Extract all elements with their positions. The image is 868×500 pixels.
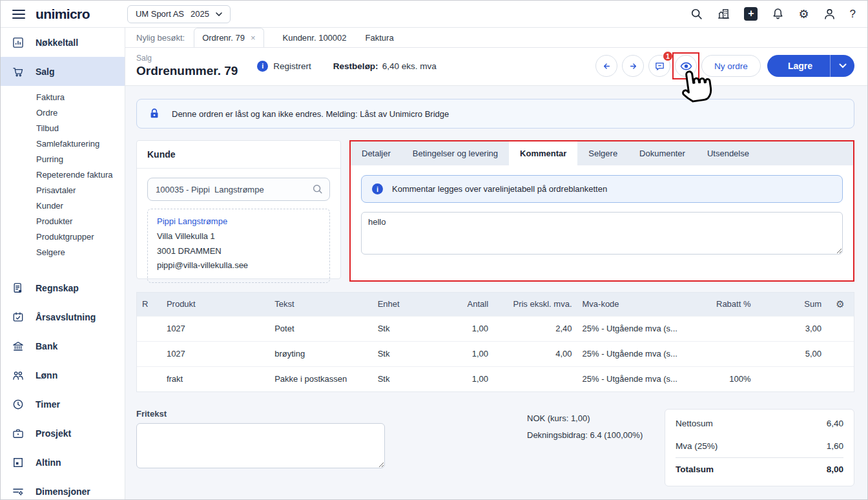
settings-gear-icon[interactable]: ⚙ xyxy=(798,7,809,21)
breadcrumb-section: Salg xyxy=(136,54,238,63)
notifications-bell-icon[interactable] xyxy=(771,7,785,21)
tab-dokumenter[interactable]: Dokumenter xyxy=(628,141,696,165)
sidebar-item-label: Bank xyxy=(36,341,57,351)
recent-item-faktura[interactable]: Faktura xyxy=(366,33,394,43)
clock-icon xyxy=(12,398,25,411)
cell-tekst: Pakke i postkassen xyxy=(269,366,372,391)
column-header-produkt[interactable]: Produkt xyxy=(161,293,269,316)
fritekst-textarea[interactable] xyxy=(136,423,385,468)
save-button-label: Lagre xyxy=(767,61,830,71)
sidebar-subitem-tilbud[interactable]: Tilbud xyxy=(36,124,125,133)
bank-icon xyxy=(12,340,25,353)
order-detail-tabs-panel: Detaljer Betingelser og levering Komment… xyxy=(351,141,853,280)
save-button[interactable]: Lagre xyxy=(767,55,854,77)
sidebar-item-arsavslutning[interactable]: Årsavslutning xyxy=(1,302,125,331)
cell-produkt: 1027 xyxy=(161,341,269,366)
page-title: Ordrenummer. 79 xyxy=(136,64,238,78)
cell-rabatt: 100% xyxy=(685,366,756,391)
total-label: Mva (25%) xyxy=(676,441,718,451)
help-icon[interactable]: ? xyxy=(850,8,856,21)
sidebar-subitem-produkter[interactable]: Produkter xyxy=(36,217,125,226)
company-selector[interactable]: UM Sport AS 2025 xyxy=(127,5,231,23)
column-header-rabatt[interactable]: Rabatt % xyxy=(685,293,756,316)
sidebar-subitem-kunder[interactable]: Kunder xyxy=(36,202,125,211)
tab-utsendelse[interactable]: Utsendelse xyxy=(696,141,760,165)
total-row-totalsum: Totalsum 8,00 xyxy=(676,457,843,481)
rest-amount-label: Restbeløp: xyxy=(333,61,378,71)
search-icon[interactable] xyxy=(690,8,703,21)
total-label: Nettosum xyxy=(676,419,713,428)
company-buildings-icon[interactable] xyxy=(717,7,730,21)
sidebar-item-lonn[interactable]: Lønn xyxy=(1,360,125,390)
cell-tekst: Potet xyxy=(269,316,372,341)
column-header-sum[interactable]: Sum xyxy=(756,293,827,316)
column-header-pris[interactable]: Pris ekskl. mva. xyxy=(493,293,577,316)
tab-betingelser-og-levering[interactable]: Betingelser og levering xyxy=(402,141,509,165)
tab-bar: Detaljer Betingelser og levering Komment… xyxy=(351,141,853,165)
save-dropdown-toggle[interactable] xyxy=(831,63,854,68)
sidebar-subitem-purring[interactable]: Purring xyxy=(36,155,125,164)
previous-button[interactable] xyxy=(595,55,617,77)
customer-address-line2: 3001 DRAMMEN xyxy=(157,244,320,259)
sidebar-item-prosjekt[interactable]: Prosjekt xyxy=(1,419,125,448)
user-icon[interactable] xyxy=(823,7,836,21)
sidebar-item-nokkeltall[interactable]: Nøkkeltall xyxy=(1,28,125,57)
customer-name-link[interactable]: Pippi Langstrømpe xyxy=(157,214,320,229)
column-header-r[interactable]: R xyxy=(137,293,161,316)
people-icon xyxy=(12,369,25,382)
table-settings-gear-icon[interactable]: ⚙ xyxy=(827,293,854,316)
add-icon[interactable]: + xyxy=(744,7,758,21)
cell-antall: 1,00 xyxy=(439,316,493,341)
cell-enhet: Stk xyxy=(373,366,439,391)
margin-text: Dekningsbidrag: 6.4 (100,00%) xyxy=(527,427,643,444)
sidebar-subitem-samlefakturering[interactable]: Samlefakturering xyxy=(36,140,125,149)
recent-tab-ordrenr-79[interactable]: Ordrenr. 79 × xyxy=(194,28,264,47)
recent-item-kundenr[interactable]: Kundenr. 100002 xyxy=(283,33,347,43)
table-row[interactable]: 1027 brøyting Stk 1,00 4,00 25% - Utgåen… xyxy=(137,341,854,366)
comments-button[interactable]: 1 xyxy=(648,55,670,77)
sidebar-subitem-repeterende-faktura[interactable]: Repeterende faktura xyxy=(36,171,125,180)
sidebar-subitem-selgere[interactable]: Selgere xyxy=(36,248,125,257)
tab-kommentar[interactable]: Kommentar xyxy=(509,141,577,165)
sidebar-item-dimensjoner[interactable]: Dimensjoner xyxy=(1,477,125,500)
new-order-button[interactable]: Ny ordre xyxy=(701,55,761,77)
sidebar-item-salg[interactable]: Salg xyxy=(1,57,125,86)
tab-detaljer[interactable]: Detaljer xyxy=(351,141,402,165)
column-header-enhet[interactable]: Enhet xyxy=(373,293,439,316)
document-icon xyxy=(12,282,25,295)
sidebar-item-label: Regnskap xyxy=(36,283,79,293)
sidebar: Nøkkeltall Salg Faktura Ordre Tilbud Sam… xyxy=(1,28,125,499)
recently-visited-bar: Nylig besøkt: Ordrenr. 79 × Kundenr. 100… xyxy=(125,28,867,48)
sidebar-item-altinn[interactable]: Altinn xyxy=(1,448,125,477)
cell-pris xyxy=(493,366,577,391)
comment-textarea[interactable]: hello xyxy=(361,212,843,255)
column-header-mva-kode[interactable]: Mva-kode xyxy=(577,293,685,316)
column-header-tekst[interactable]: Tekst xyxy=(269,293,372,316)
menu-icon[interactable] xyxy=(12,10,25,19)
close-icon[interactable]: × xyxy=(251,33,256,43)
sidebar-subitem-faktura[interactable]: Faktura xyxy=(36,93,125,102)
sidebar-item-regnskap[interactable]: Regnskap xyxy=(1,273,125,302)
comment-info-note: i Kommentar legges over varelinjetabell … xyxy=(361,175,843,203)
dimensions-icon xyxy=(12,485,25,498)
sidebar-item-timer[interactable]: Timer xyxy=(1,390,125,419)
topbar: unimicro UM Sport AS 2025 + xyxy=(1,1,867,28)
altinn-icon xyxy=(12,456,25,469)
column-header-antall[interactable]: Antall xyxy=(439,293,493,316)
eye-icon xyxy=(680,60,692,72)
search-icon xyxy=(312,183,324,195)
sidebar-subitem-produktgrupper[interactable]: Produktgrupper xyxy=(36,233,125,242)
cell-rabatt xyxy=(685,341,756,366)
sidebar-subitem-prisavtaler[interactable]: Prisavtaler xyxy=(36,186,125,195)
preview-button[interactable] xyxy=(675,55,697,77)
sidebar-item-bank[interactable]: Bank xyxy=(1,331,125,360)
sidebar-item-label: Salg xyxy=(36,67,55,77)
customer-search-input[interactable] xyxy=(147,178,330,201)
table-row[interactable]: 1027 Potet Stk 1,00 2,40 25% - Utgående … xyxy=(137,316,854,341)
locked-order-banner: Denne ordren er låst og kan ikke endres.… xyxy=(136,99,854,129)
next-button[interactable] xyxy=(622,55,644,77)
sidebar-subitem-ordre[interactable]: Ordre xyxy=(36,109,125,118)
tab-selgere[interactable]: Selgere xyxy=(577,141,628,165)
cell-pris: 2,40 xyxy=(493,316,577,341)
table-row[interactable]: frakt Pakke i postkassen Stk 1,00 25% - … xyxy=(137,366,854,391)
